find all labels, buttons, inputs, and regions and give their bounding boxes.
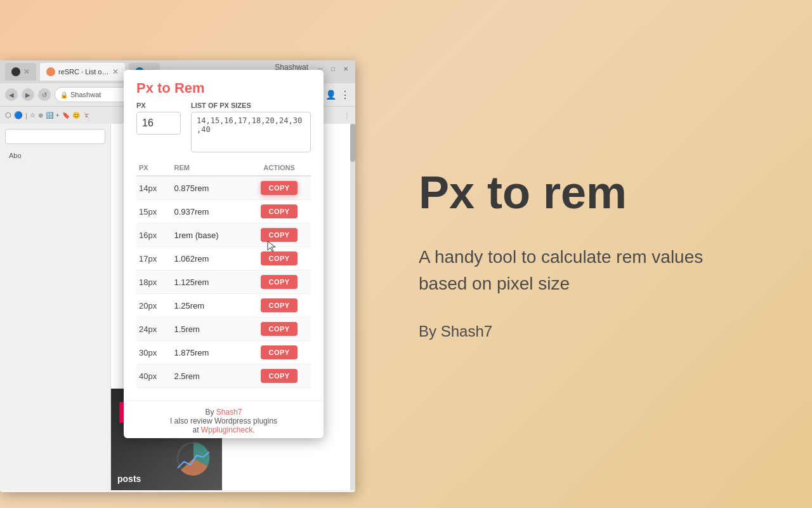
list-label: LIST OF PX SIZES <box>191 102 311 109</box>
menu-icon[interactable]: ⋮ <box>340 89 350 101</box>
right-panel: Px to rem A handy tool to calculate rem … <box>355 0 812 508</box>
table-header-row: PX REM ACTIONS <box>136 160 311 176</box>
cell-rem-0: 0.875rem <box>171 176 247 200</box>
copy-button-5[interactable]: COPY <box>261 298 297 312</box>
cell-action-7: COPY <box>247 341 311 364</box>
back-button[interactable]: ◀ <box>5 88 18 101</box>
popup-body: PX LIST OF PX SIZES 14,15,16,17,18,20,24… <box>124 102 324 401</box>
input-section: PX LIST OF PX SIZES 14,15,16,17,18,20,24… <box>136 102 311 152</box>
bookmark-divider: | <box>25 112 27 119</box>
list-textarea[interactable]: 14,15,16,17,18,20,24,30,40 <box>191 112 311 152</box>
table-row: 24px1.5remCOPY <box>136 318 311 341</box>
author-text: By Shash7 <box>419 323 749 340</box>
table-row: 40px2.5remCOPY <box>136 364 311 388</box>
cell-rem-3: 1.062rem <box>171 247 247 271</box>
tab-github[interactable]: ✕ <box>5 63 36 81</box>
cell-px-0: 14px <box>136 176 171 200</box>
scrollbar-thumb[interactable] <box>350 124 355 162</box>
bookmark-icon-6: + <box>56 112 60 119</box>
px-input[interactable] <box>136 112 181 135</box>
cell-px-2: 16px <box>136 224 171 247</box>
refresh-button[interactable]: ↺ <box>38 88 51 101</box>
sidebar-search-input[interactable] <box>5 129 105 144</box>
browser-sidebar: Abo <box>0 124 111 490</box>
cell-px-7: 30px <box>136 341 171 364</box>
restore-button[interactable]: □ <box>327 63 339 74</box>
copy-button-3[interactable]: COPY <box>261 251 297 265</box>
copy-button-4[interactable]: COPY <box>261 275 297 289</box>
footer-line1: By Shash7 <box>136 408 311 417</box>
copy-button-0[interactable]: COPY <box>261 181 297 195</box>
results-table: PX REM ACTIONS 14px0.875remCOPY15px0.937… <box>136 160 311 388</box>
bookmark-icon-3: ☆ <box>30 112 36 119</box>
footer-link[interactable]: Wpplugincheck <box>201 425 252 434</box>
scrollbar[interactable] <box>350 124 355 490</box>
forward-button[interactable]: ▶ <box>22 88 34 101</box>
tab-resrc-close[interactable]: ✕ <box>112 67 119 76</box>
bookmark-icon-9: 🃏 <box>82 112 90 119</box>
cell-px-1: 15px <box>136 200 171 224</box>
description-text: A handy tool to calculate rem values bas… <box>419 244 749 297</box>
results-tbody: 14px0.875remCOPY15px0.937remCOPY16px1rem… <box>136 176 311 388</box>
sidebar-nav: Abo <box>5 149 105 162</box>
cell-action-2: COPY <box>247 224 311 247</box>
bookmark-overflow[interactable]: ⋮ <box>344 112 350 119</box>
footer-line3: at Wpplugincheck. <box>136 425 311 434</box>
bookmark-icon-5: 🔠 <box>46 112 53 119</box>
cell-action-5: COPY <box>247 294 311 318</box>
bookmark-label-1: ⬡ <box>5 111 11 119</box>
github-icon <box>11 67 20 76</box>
cell-px-5: 20px <box>136 294 171 318</box>
cell-rem-5: 1.25rem <box>171 294 247 318</box>
thumbnail-chart <box>174 439 213 478</box>
bookmark-icon-4: ⊕ <box>38 112 43 119</box>
cell-action-4: COPY <box>247 271 311 294</box>
table-row: 16px1rem (base)COPY <box>136 224 311 247</box>
cell-action-3: COPY <box>247 247 311 271</box>
tab-github-close[interactable]: ✕ <box>23 67 30 76</box>
cell-action-6: COPY <box>247 318 311 341</box>
thumbnail-posts-text: posts <box>117 474 141 484</box>
address-text: Shashwat <box>70 91 101 98</box>
cell-rem-1: 0.937rem <box>171 200 247 224</box>
list-input-group: LIST OF PX SIZES 14,15,16,17,18,20,24,30… <box>191 102 311 152</box>
cell-rem-8: 2.5rem <box>171 364 247 388</box>
popup-overlay: Px to Rem PX LIST OF PX SIZES 14,15,16,1… <box>124 70 324 438</box>
popup-title: Px to Rem <box>136 80 311 97</box>
cell-px-6: 24px <box>136 318 171 341</box>
cell-action-8: COPY <box>247 364 311 388</box>
footer-line2: I also review Wordpress plugins <box>136 417 311 425</box>
active-tab-label: reSRC · List of free p <box>58 68 109 76</box>
col-actions-header: ACTIONS <box>247 160 311 176</box>
copy-button-7[interactable]: COPY <box>261 345 297 359</box>
cell-px-4: 18px <box>136 271 171 294</box>
bookmark-icon-8: 😊 <box>72 112 80 119</box>
col-px-header: PX <box>136 160 171 176</box>
lock-icon: 🔒 <box>60 91 68 98</box>
copy-button-6[interactable]: COPY <box>261 322 297 336</box>
sidebar-item-abo[interactable]: Abo <box>5 149 105 162</box>
cell-px-8: 40px <box>136 364 171 388</box>
table-row: 14px0.875remCOPY <box>136 176 311 200</box>
col-rem-header: REM <box>171 160 247 176</box>
cell-rem-4: 1.125rem <box>171 271 247 294</box>
copy-button-1[interactable]: COPY <box>261 204 297 218</box>
bookmark-label-2: 🔵 <box>14 111 23 119</box>
page-title: Px to rem <box>419 168 749 218</box>
popup-header: Px to Rem <box>124 70 324 102</box>
px-label: PX <box>136 102 181 109</box>
footer-by: By <box>205 408 216 417</box>
px-input-group: PX <box>136 102 181 135</box>
table-row: 17px1.062remCOPY <box>136 247 311 271</box>
people-icon[interactable]: 👤 <box>325 90 336 100</box>
close-button[interactable]: ✕ <box>340 63 351 74</box>
copy-button-8[interactable]: COPY <box>261 369 297 383</box>
tab-resrc[interactable]: reSRC · List of free p ✕ <box>40 63 125 81</box>
table-row: 18px1.125remCOPY <box>136 271 311 294</box>
table-row: 30px1.875remCOPY <box>136 341 311 364</box>
footer-at: at <box>192 425 200 434</box>
table-row: 20px1.25remCOPY <box>136 294 311 318</box>
cell-action-1: COPY <box>247 200 311 224</box>
table-row: 15px0.937remCOPY <box>136 200 311 224</box>
copy-button-2[interactable]: COPY <box>261 228 297 242</box>
